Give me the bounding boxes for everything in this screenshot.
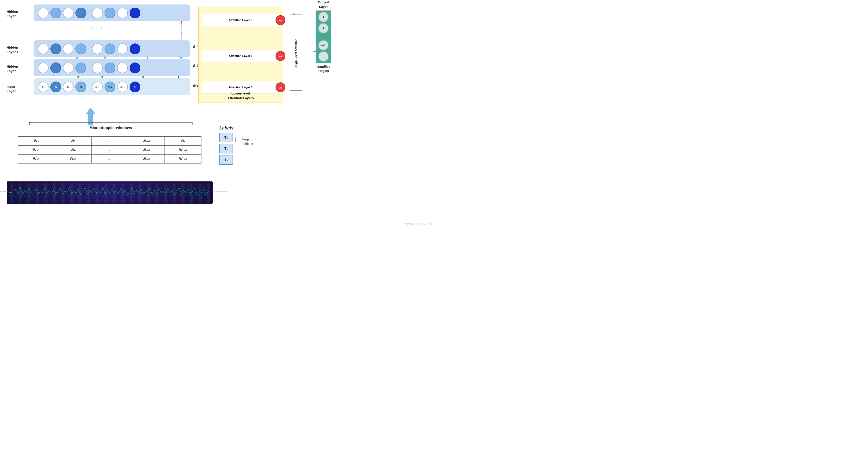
output-column: 1 2 ⋮ n-1 n — [316, 10, 331, 63]
labels-title: Labels — [219, 125, 286, 131]
spec-dash-right — [214, 192, 227, 192]
input-neuron-xt1: xₜ₋₁ — [117, 82, 128, 92]
table-cell: Wₜ₋₃ — [128, 154, 165, 164]
neuron — [92, 62, 103, 73]
neuron — [92, 8, 103, 18]
table-cell: Wₜ₋₁ — [128, 137, 165, 146]
input-neuron-x0: x₀ — [38, 82, 49, 92]
table-row-2: W₋₂ W₋₁ ... Wₜ₋₃ Wₜ₋₂ — [18, 154, 202, 164]
output-neuron-0 — [130, 62, 140, 73]
neuron — [50, 62, 61, 73]
attention-circle-1: a₁ — [276, 51, 285, 61]
network-section: HiddenLayer L HiddenLayer 1 HiddenLayer … — [7, 2, 190, 114]
attention-layer-1-label: Attention Layer 1 — [229, 54, 252, 58]
d2-label: d=2 — [193, 64, 198, 67]
table-cell: W₋₂ — [18, 154, 55, 164]
table-row-0: W₀ W₁ ... Wₜ₋₁ Wₜ — [18, 137, 202, 146]
attention-block-title: Lower-levelAttention Layers — [198, 91, 283, 100]
input-layer-band: x₀ x₁ x₂ x₃ - - xₜ₋₃ xₜ₋₂ xₜ₋₁ xₜ — [34, 78, 190, 95]
neuron — [50, 8, 61, 18]
d1-label: d=1 — [193, 84, 198, 88]
neuron — [38, 62, 49, 73]
neuron — [75, 62, 86, 73]
neuron — [75, 8, 86, 18]
neuron — [117, 44, 128, 54]
table-cell: Wₜ — [165, 137, 202, 146]
table-cell: ... — [91, 146, 128, 154]
input-neuron-xt3: xₜ₋₃ — [92, 82, 103, 92]
table-cell: W₁ — [55, 137, 91, 146]
table-cell: Wₜ₋₂ — [128, 146, 165, 154]
attention-dot-line-2 — [241, 63, 241, 80]
label-box-1: Tₕ — [219, 133, 233, 142]
micro-doppler-title: Micro-doppler windows — [29, 126, 192, 130]
neuron — [117, 62, 128, 73]
neuron — [50, 44, 61, 54]
attention-layer-l-label: Attention Layer L — [229, 18, 253, 22]
neuron — [63, 62, 74, 73]
output-layer-title: OutputLayer — [310, 0, 337, 9]
neuron-gap: - - - — [87, 5, 91, 21]
neuron — [75, 44, 86, 54]
spectrogram — [7, 181, 213, 204]
identified-targets-label: IdentifiedTargets — [310, 65, 337, 73]
attention-layer-l-box: Attention Layer L aₙ — [202, 14, 279, 26]
hidden-layer-l-label: HiddenLayer L — [7, 9, 31, 18]
neuron — [38, 8, 49, 18]
input-neuron-x2: x₂ — [63, 82, 74, 92]
micro-doppler-header: Micro-doppler windows — [29, 122, 192, 130]
input-neuron-x3: x₃ — [75, 82, 86, 92]
neuron-gap: - - — [87, 86, 91, 88]
watermark: CSDN 中小腿达人-人工智 — [404, 223, 432, 226]
table-row-1: W₋₁ W₀ ... Wₜ₋₂ Wₜ₋₁ — [18, 146, 202, 154]
table-cell: W₀ — [18, 137, 55, 146]
attention-layer-0-label: Attention Layer 0 — [229, 86, 252, 89]
table-cell: W₋₁ — [55, 154, 91, 164]
neuron — [104, 62, 115, 73]
output-neuron-n1: n-1 — [318, 40, 329, 50]
up-arrow-head — [86, 108, 96, 114]
layer-dots: · · · — [92, 25, 103, 30]
neuron-gap: - - - — [87, 60, 91, 76]
table-cell: W₋₁ — [18, 146, 55, 154]
high-level-attention-box: High Level Attention — [290, 15, 302, 91]
neuron — [63, 8, 74, 18]
labels-section: Labels Tₕ Tₕ Tₕ / Targetattribute — [219, 125, 286, 166]
input-neuron-x1: x₁ — [50, 82, 61, 92]
hidden-layer-0-label: HiddenLayer 0 — [7, 64, 31, 73]
attention-circle-l: aₙ — [276, 15, 285, 25]
neuron — [92, 44, 103, 54]
neuron — [104, 8, 115, 18]
hidden-layer-1-label: HiddenLayer 1 — [7, 45, 31, 54]
spectrogram-inner — [9, 182, 210, 203]
hidden-layer-0-band: - - - — [34, 59, 190, 76]
input-layer-label: InputLayer — [7, 84, 31, 93]
table-cell: W₀ — [55, 146, 91, 154]
labels-boxes: Tₕ Tₕ Tₕ / Targetattribute — [219, 133, 286, 166]
table-cell: Wₜ₋₁ — [165, 146, 202, 154]
high-level-attention-label: High Level Attention — [294, 38, 298, 67]
table-cell: ... — [91, 137, 128, 146]
output-neuron-2: 2 — [318, 23, 329, 33]
table-cell: Wₜ₋₂ — [165, 154, 202, 164]
neuron — [117, 8, 128, 18]
table-cell: ... — [91, 154, 128, 164]
spec-dash-left — [0, 192, 8, 192]
output-neuron-1 — [130, 44, 140, 54]
spectrogram-svg — [9, 182, 210, 203]
target-attribute-text: Targetattribute — [242, 137, 253, 146]
attention-dot-line-1 — [241, 27, 241, 49]
input-neuron-xt: xₜ — [130, 82, 140, 92]
output-neuron-n: n — [318, 51, 329, 62]
label-box-2: Tₕ — [219, 144, 233, 153]
hidden-layer-1-band: - - - — [34, 40, 190, 57]
attention-block: Attention Layer L aₙ Attention Layer 1 a… — [198, 7, 283, 103]
output-section: OutputLayer 1 2 ⋮ n-1 n IdentifiedTarget… — [310, 0, 337, 73]
neuron — [63, 44, 74, 54]
d4-label: d=4 — [193, 45, 198, 48]
label-box-3: Tₕ — [219, 155, 233, 165]
output-gap: ⋮ — [321, 34, 326, 39]
lower-section: Micro-doppler windows W₀ W₁ ... Wₜ₋₁ Wₜ … — [7, 122, 217, 164]
input-neuron-xt2: xₜ₋₂ — [104, 82, 115, 92]
neuron-gap: - - - — [87, 41, 91, 56]
